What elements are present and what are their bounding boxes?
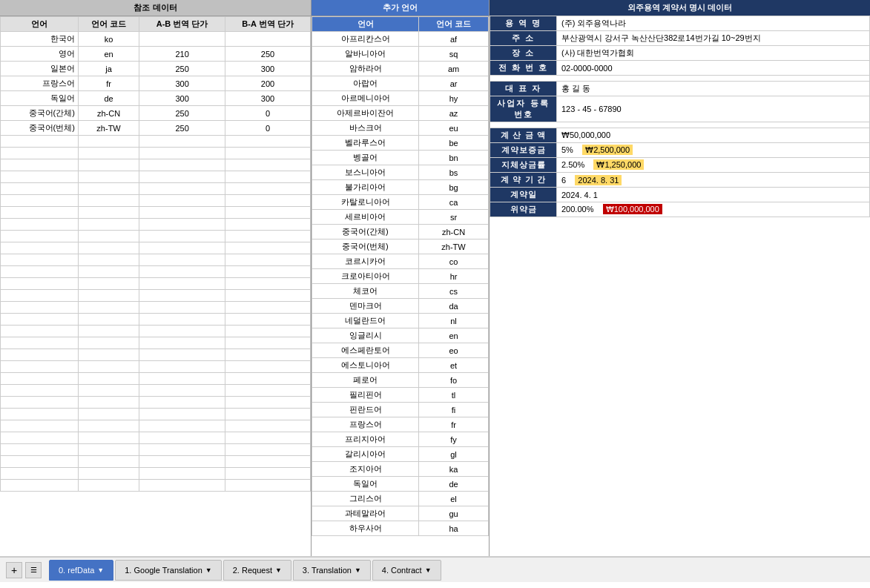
ref-ab: 210 — [139, 47, 225, 62]
tab-refdata[interactable]: 0. refData ▼ — [49, 560, 113, 581]
add-lang-name: 독일어 — [312, 477, 419, 492]
add-lang-code: cs — [419, 284, 489, 299]
ref-data-header: 참조 데이터 — [0, 0, 311, 16]
ref-lang: 중국어(간체) — [1, 106, 79, 121]
ref-code: en — [78, 47, 139, 62]
add-lang-name: 에스페란토어 — [312, 343, 419, 358]
add-lang-name: 핀란드어 — [312, 403, 419, 417]
ref-empty-row — [1, 148, 311, 159]
ref-code: ja — [78, 62, 139, 76]
ref-empty-row — [1, 337, 311, 349]
tab-contract[interactable]: 4. Contract ▼ — [372, 560, 441, 581]
add-lang-row: 에스페란토어 eo — [312, 343, 489, 358]
add-lang-code: gu — [419, 506, 489, 521]
add-lang-row: 네덜란드어 nl — [312, 314, 489, 328]
ref-empty-row — [1, 242, 311, 254]
add-lang-row: 프랑스어 fr — [312, 417, 489, 432]
add-lang-name: 중국어(번체) — [312, 240, 419, 254]
add-sheet-button[interactable]: + — [6, 562, 22, 578]
penalty-label: 위약금 — [490, 202, 557, 217]
add-lang-row: 세르비아어 sr — [312, 210, 489, 225]
tab-refdata-label: 0. refData — [59, 566, 94, 575]
ref-empty-row — [1, 302, 311, 314]
add-lang-name: 중국어(간체) — [312, 225, 419, 240]
ref-table-row: 한국어 ko — [1, 32, 311, 47]
contract-address-row: 주 소 부산광역시 강서구 녹산산단382로14번가길 10~29번지 — [490, 31, 870, 46]
ref-empty-row — [1, 361, 311, 373]
deposit-label: 계약보증금 — [490, 143, 557, 158]
add-lang-name: 카탈로니아어 — [312, 195, 419, 210]
ref-empty-row — [1, 219, 311, 231]
tab-bar-controls: + ☰ — [6, 562, 42, 578]
tab-translation[interactable]: 3. Translation ▼ — [293, 560, 371, 581]
ref-empty-row — [1, 444, 311, 456]
contract-place-row: 장 소 (사) 대한번역가협회 — [490, 46, 870, 61]
add-lang-name: 잉글리시 — [312, 328, 419, 343]
contract-header: 외주용역 계약서 명시 데이터 — [490, 0, 870, 16]
add-lang-row: 그리스어 el — [312, 492, 489, 506]
add-lang-code: tl — [419, 388, 489, 403]
ref-ab: 300 — [139, 91, 225, 106]
tab-google-translation[interactable]: 1. Google Translation ▼ — [115, 560, 222, 581]
main-content: 참조 데이터 언어 언어 코드 A-B 번역 단가 B-A 번역 단가 한국어 … — [0, 0, 870, 556]
tab-google-label: 1. Google Translation — [125, 566, 202, 575]
ref-ba: 250 — [225, 47, 310, 62]
ref-code: zh-CN — [78, 106, 139, 121]
add-lang-code: et — [419, 358, 489, 373]
ref-empty-row — [1, 397, 311, 409]
ref-ab — [139, 32, 225, 47]
add-col-code: 언어 코드 — [419, 17, 489, 32]
add-lang-row: 코르시카어 co — [312, 254, 489, 269]
add-lang-row: 잉글리시 en — [312, 328, 489, 343]
ref-empty-row — [1, 456, 311, 468]
ref-empty-row — [1, 207, 311, 219]
tab-translation-label: 3. Translation — [303, 566, 352, 575]
add-lang-name: 코르시카어 — [312, 254, 419, 269]
add-lang-code: am — [419, 62, 489, 76]
add-lang-name: 필리핀어 — [312, 388, 419, 403]
spacer-row2 — [490, 122, 870, 128]
add-lang-code: da — [419, 299, 489, 314]
add-lang-name: 프리지아어 — [312, 432, 419, 447]
add-lang-name: 갈리시아어 — [312, 447, 419, 462]
add-lang-row: 벨라루스어 be — [312, 136, 489, 151]
add-lang-code: zh-CN — [419, 225, 489, 240]
ref-code: zh-TW — [78, 121, 139, 136]
sheet-menu-button[interactable]: ☰ — [25, 562, 42, 578]
add-lang-name: 크로아티아어 — [312, 269, 419, 284]
ref-ab: 250 — [139, 106, 225, 121]
add-lang-row: 갈리시아어 gl — [312, 447, 489, 462]
add-lang-row: 에스토니아어 et — [312, 358, 489, 373]
tab-translation-chevron: ▼ — [355, 566, 361, 574]
contract-rep-row: 대 표 자 홍 길 동 — [490, 82, 870, 96]
add-lang-row: 아르메니아어 hy — [312, 91, 489, 106]
ref-col-ba: B-A 번역 단가 — [225, 17, 310, 32]
ref-empty-row — [1, 159, 311, 171]
add-lang-row: 프리지아어 fy — [312, 432, 489, 447]
period-date: 2024. 8. 31 — [575, 175, 622, 185]
date-label: 계약일 — [490, 188, 557, 202]
add-lang-row: 조지아어 ka — [312, 462, 489, 477]
add-lang-code: zh-TW — [419, 240, 489, 254]
tab-request-chevron: ▼ — [275, 566, 282, 574]
add-lang-row: 과테말라어 gu — [312, 506, 489, 521]
ref-empty-row — [1, 420, 311, 432]
period-value: 6 2024. 8. 31 — [557, 173, 870, 188]
ref-empty-row — [1, 409, 311, 420]
ref-table-row: 일본어 ja 250 300 — [1, 62, 311, 76]
tab-request-label: 2. Request — [233, 566, 272, 575]
add-lang-row: 바스크어 eu — [312, 121, 489, 136]
add-lang-row: 아프리칸스어 af — [312, 32, 489, 47]
ref-table-row: 영어 en 210 250 — [1, 47, 311, 62]
ref-lang: 영어 — [1, 47, 79, 62]
add-lang-row: 필리핀어 tl — [312, 388, 489, 403]
deposit-value: ₩2,500,000 — [582, 145, 633, 155]
ref-table-row: 중국어(간체) zh-CN 250 0 — [1, 106, 311, 121]
add-lang-code: af — [419, 32, 489, 47]
ref-ba: 300 — [225, 91, 310, 106]
add-lang-name: 네덜란드어 — [312, 314, 419, 328]
add-lang-name: 세르비아어 — [312, 210, 419, 225]
tab-request[interactable]: 2. Request ▼ — [223, 560, 291, 581]
add-lang-code: eu — [419, 121, 489, 136]
add-lang-name: 페로어 — [312, 373, 419, 388]
